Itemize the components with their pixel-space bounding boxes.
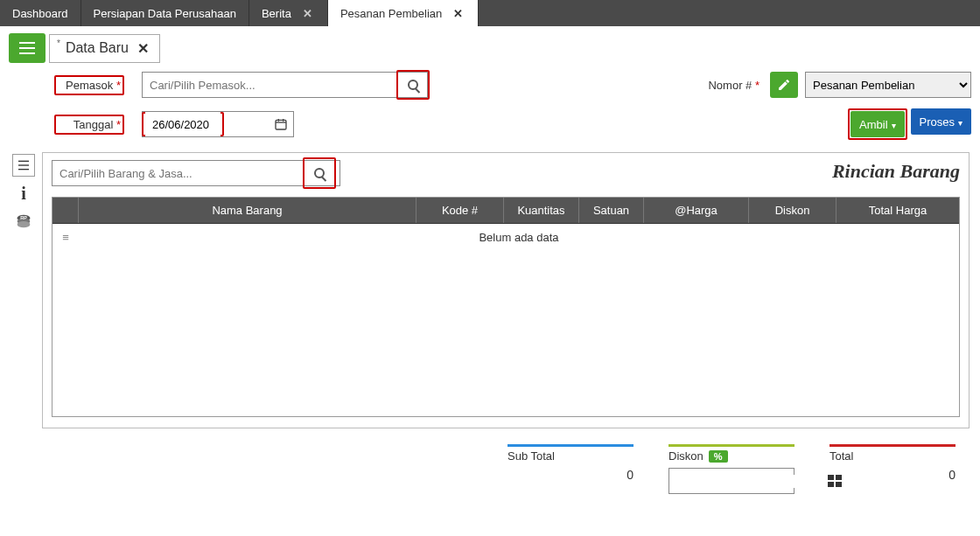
pemasok-input-wrap bbox=[142, 70, 430, 100]
svg-text:RP: RP bbox=[20, 215, 27, 220]
total-box: Total 0 bbox=[822, 444, 962, 498]
tab-label: Berita bbox=[262, 7, 291, 20]
document-tab-data-baru[interactable]: * Data Baru ✕ bbox=[49, 34, 160, 63]
pemasok-search-box bbox=[142, 72, 396, 98]
svg-point-9 bbox=[18, 221, 31, 227]
chevron-down-icon: ▾ bbox=[958, 118, 962, 128]
col-harga[interactable]: @Harga bbox=[644, 198, 749, 223]
grid-header: Nama Barang Kode # Kuantitas Satuan @Har… bbox=[52, 198, 959, 224]
calendar-icon bbox=[274, 117, 288, 131]
items-grid: Nama Barang Kode # Kuantitas Satuan @Har… bbox=[52, 197, 960, 417]
edit-nomor-button[interactable] bbox=[770, 72, 798, 98]
app-tab-bar: Dashboard Persiapan Data Perusahaan Beri… bbox=[0, 0, 980, 26]
item-search-box bbox=[52, 160, 340, 186]
hamburger-icon bbox=[19, 42, 35, 54]
unsaved-indicator: * bbox=[57, 38, 60, 48]
search-icon bbox=[408, 80, 418, 90]
percent-badge[interactable]: % bbox=[709, 450, 728, 463]
col-diskon[interactable]: Diskon bbox=[749, 198, 836, 223]
action-buttons: Ambil ▾ Proses ▾ bbox=[848, 108, 971, 140]
list-lines-icon bbox=[17, 158, 31, 172]
close-icon[interactable]: ✕ bbox=[300, 7, 315, 20]
document-tab-label: Data Baru bbox=[66, 40, 129, 56]
empty-row: ≡ Belum ada data bbox=[52, 224, 959, 250]
tab-label: Pesanan Pembelian bbox=[340, 7, 442, 20]
svg-rect-4 bbox=[18, 161, 29, 162]
tab-dashboard[interactable]: Dashboard bbox=[0, 0, 81, 26]
subtotal-label: Sub Total bbox=[508, 449, 634, 463]
sub-header: * Data Baru ✕ bbox=[0, 26, 980, 68]
chevron-down-icon: ▾ bbox=[892, 121, 896, 130]
col-nama[interactable]: Nama Barang bbox=[79, 198, 416, 223]
tanggal-input-wrap bbox=[142, 111, 294, 137]
no-data-text: Belum ada data bbox=[79, 231, 959, 244]
diskon-box: Diskon % bbox=[662, 444, 802, 498]
col-satuan[interactable]: Satuan bbox=[579, 198, 644, 223]
total-value: 0 bbox=[830, 468, 956, 482]
label-tanggal: Tanggal * bbox=[54, 115, 124, 135]
subtotal-value: 0 bbox=[508, 468, 634, 482]
svg-rect-5 bbox=[18, 164, 29, 165]
grid-body: ≡ Belum ada data bbox=[52, 224, 959, 416]
row-tanggal: Tanggal * Ambil ▾ Proses bbox=[54, 108, 971, 140]
detail-area: i RP Rincian Barang bbox=[0, 147, 980, 428]
detail-title: Rincian Barang bbox=[832, 160, 960, 183]
col-kuantitas[interactable]: Kuantitas bbox=[504, 198, 579, 223]
search-icon bbox=[314, 168, 325, 178]
tab-pesanan-pembelian[interactable]: Pesanan Pembelian ✕ bbox=[328, 0, 479, 26]
detail-panel: Rincian Barang Nama Barang Kode # Kuanti… bbox=[42, 152, 970, 428]
side-detail-icon[interactable] bbox=[12, 154, 35, 177]
detail-header-row: Rincian Barang bbox=[52, 160, 960, 186]
svg-rect-0 bbox=[276, 120, 286, 129]
close-icon[interactable]: ✕ bbox=[451, 7, 466, 20]
tab-label: Dashboard bbox=[12, 7, 68, 20]
nomor-group: Nomor # * Pesanan Pembelian bbox=[708, 72, 971, 98]
pemasok-search-button[interactable] bbox=[398, 72, 428, 98]
label-nomor: Nomor # * bbox=[708, 79, 763, 92]
tab-label: Persiapan Data Perusahaan bbox=[94, 7, 236, 20]
col-total[interactable]: Total Harga bbox=[836, 198, 959, 223]
tab-persiapan[interactable]: Persiapan Data Perusahaan bbox=[81, 0, 249, 26]
diskon-input-box bbox=[668, 468, 794, 494]
side-currency-icon[interactable]: RP bbox=[12, 210, 35, 233]
diskon-input[interactable] bbox=[669, 475, 828, 488]
side-icon-bar: i RP bbox=[10, 152, 37, 428]
row-pemasok: Pemasok * Nomor # * Pesanan Pembelian bbox=[54, 70, 971, 100]
tanggal-date-box bbox=[142, 111, 294, 137]
totals-row: Sub Total 0 Diskon % Total 0 bbox=[0, 428, 980, 498]
proses-button[interactable]: Proses ▾ bbox=[911, 108, 971, 135]
required-asterisk: * bbox=[116, 118, 121, 131]
col-kode[interactable]: Kode # bbox=[416, 198, 504, 223]
row-handle-icon[interactable]: ≡ bbox=[52, 231, 79, 244]
tab-berita[interactable]: Berita ✕ bbox=[249, 0, 328, 26]
side-info-icon[interactable]: i bbox=[12, 182, 35, 205]
calendar-button[interactable] bbox=[269, 117, 293, 131]
menu-button[interactable] bbox=[9, 33, 46, 63]
document-type-select[interactable]: Pesanan Pembelian bbox=[805, 72, 971, 98]
form-area: Pemasok * Nomor # * Pesanan Pembelian bbox=[0, 68, 980, 147]
required-asterisk: * bbox=[116, 79, 121, 92]
col-handle bbox=[52, 198, 79, 223]
close-icon[interactable]: ✕ bbox=[134, 40, 152, 57]
item-search-input[interactable] bbox=[52, 161, 303, 185]
pencil-icon bbox=[777, 78, 791, 92]
total-label: Total bbox=[830, 449, 956, 463]
svg-rect-6 bbox=[18, 169, 29, 170]
tanggal-input[interactable] bbox=[145, 112, 220, 136]
subtotal-box: Sub Total 0 bbox=[500, 444, 640, 498]
pemasok-input[interactable] bbox=[143, 73, 396, 97]
rp-coins-icon: RP bbox=[14, 212, 33, 231]
label-pemasok: Pemasok * bbox=[54, 75, 124, 95]
item-search-button[interactable] bbox=[306, 161, 332, 185]
diskon-label: Diskon % bbox=[668, 449, 794, 463]
ambil-button[interactable]: Ambil ▾ bbox=[850, 111, 905, 137]
required-asterisk: * bbox=[755, 79, 760, 92]
